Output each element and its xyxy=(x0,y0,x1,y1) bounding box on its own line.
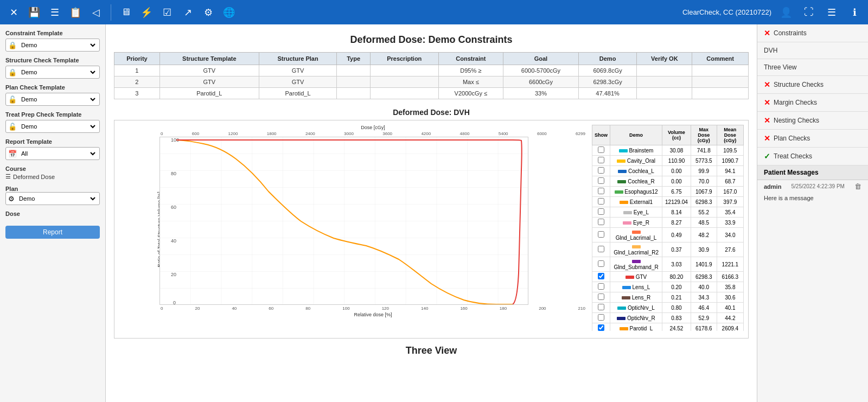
dvh-cell-name: Eye_R xyxy=(610,218,662,228)
dvh-checkbox-10[interactable] xyxy=(598,260,604,267)
cell-demo: 6069.8cGy xyxy=(578,65,637,76)
constraint-row-0: 1 GTV GTV D95% ≥ 6000-5700cGy 6069.8cGy xyxy=(114,65,749,76)
dvh-cell-show[interactable] xyxy=(592,323,610,331)
dvh-checkbox-15[interactable] xyxy=(598,314,604,321)
cell-comment xyxy=(692,88,749,99)
dvh-checkbox-8[interactable] xyxy=(598,231,604,238)
dvh-cell-volume: 0.49 xyxy=(662,228,691,243)
dose-label: Dose xyxy=(5,210,100,217)
dvh-cell-show[interactable] xyxy=(592,218,610,228)
dvh-cell-name: OpticNrv_R xyxy=(610,313,662,323)
dvh-cell-show[interactable] xyxy=(592,257,610,272)
dvh-cell-show[interactable] xyxy=(592,166,610,176)
menu-item-label: Margin Checks xyxy=(774,99,817,106)
dvh-checkbox-9[interactable] xyxy=(598,246,604,252)
constraint-template-label: Constraint Template xyxy=(5,30,100,36)
cell-goal: 33% xyxy=(503,88,579,99)
right-menu-item-constraints[interactable]: ✕Constraints xyxy=(757,24,868,42)
settings-icon[interactable]: ⚙ xyxy=(200,4,216,21)
constraint-template-select[interactable]: 🔒 Demo xyxy=(5,39,100,52)
dvh-cell-show[interactable] xyxy=(592,187,610,197)
dvh-cell-name: Glnd_Lacrimal_R2 xyxy=(610,243,662,257)
menu-item-label: Treat Checks xyxy=(774,152,812,160)
cell-struct-template: Parotid_L xyxy=(159,88,259,99)
checklist-icon[interactable]: ☑ xyxy=(159,4,175,21)
dvh-color-swatch-15 xyxy=(617,317,626,320)
dvh-checkbox-1[interactable] xyxy=(598,157,604,163)
trash-icon[interactable]: 🗑 xyxy=(854,182,861,190)
dvh-cell-show[interactable] xyxy=(592,156,610,166)
dvh-cell-show[interactable] xyxy=(592,176,610,187)
right-menu-item-margin-checks[interactable]: ✕Margin Checks xyxy=(757,94,868,112)
plan-select[interactable]: ⚙ Demo xyxy=(5,192,100,205)
dvh-checkbox-3[interactable] xyxy=(598,177,604,184)
dvh-cell-mean-dose: 1090.7 xyxy=(717,156,743,166)
dvh-checkbox-12[interactable] xyxy=(598,283,604,290)
info-icon[interactable]: ℹ xyxy=(846,4,863,21)
plan-label: Plan xyxy=(5,186,100,192)
dvh-checkbox-16[interactable] xyxy=(598,324,604,331)
structure-check-template-select[interactable]: 🔒 Demo xyxy=(5,66,100,79)
dvh-cell-volume: 12129.04 xyxy=(662,197,691,207)
treat-prep-select[interactable]: 🔓 Demo xyxy=(5,120,100,133)
left-sidebar: Constraint Template 🔒 Demo Structure Che… xyxy=(0,24,106,402)
dvh-checkbox-14[interactable] xyxy=(598,304,604,310)
dvh-cell-show[interactable] xyxy=(592,145,610,156)
right-menu-item-three-view[interactable]: Three View xyxy=(757,59,868,76)
report-template-select[interactable]: 📅 All xyxy=(5,147,100,160)
hamburger-icon[interactable]: ☰ xyxy=(824,4,840,21)
dvh-cell-volume: 30.08 xyxy=(662,145,691,156)
dvh-checkbox-0[interactable] xyxy=(598,146,604,153)
right-menu-item-dvh[interactable]: DVH xyxy=(757,42,868,59)
dvh-checkbox-5[interactable] xyxy=(598,198,604,205)
network-icon[interactable]: ⛶ xyxy=(801,4,817,21)
user-icon[interactable]: 👤 xyxy=(778,4,794,21)
dvh-cell-show[interactable] xyxy=(592,243,610,257)
right-menu-item-treat-checks[interactable]: ✓Treat Checks xyxy=(757,148,868,165)
right-menu-item-plan-checks[interactable]: ✕Plan Checks xyxy=(757,130,868,148)
cell-struct-plan: Parotid_L xyxy=(259,88,337,99)
cell-constraint: V2000cGy ≤ xyxy=(438,88,503,99)
view-icon[interactable]: 🖥 xyxy=(118,4,134,21)
dvh-cell-show[interactable] xyxy=(592,228,610,243)
dvh-checkbox-4[interactable] xyxy=(598,188,604,194)
dvh-cell-show[interactable] xyxy=(592,197,610,207)
dvh-cell-show[interactable] xyxy=(592,292,610,303)
report-template-dropdown[interactable]: All xyxy=(19,150,97,157)
dvh-row-6: Eye_L 8.14 55.2 35.4 xyxy=(592,207,744,218)
cell-type xyxy=(337,65,371,76)
dvh-checkbox-13[interactable] xyxy=(598,293,604,300)
plan-dropdown[interactable]: Demo xyxy=(17,195,97,202)
dvh-checkbox-2[interactable] xyxy=(598,167,604,174)
arrow-icon[interactable]: ↗ xyxy=(180,4,196,21)
dvh-row-11: GTV 80.20 6298.3 6166.3 xyxy=(592,272,744,282)
report-button[interactable]: Report xyxy=(5,226,100,239)
treat-prep-dropdown[interactable]: Demo xyxy=(19,123,97,130)
menu-icon[interactable]: ☰ xyxy=(47,4,63,21)
dvh-cell-show[interactable] xyxy=(592,207,610,218)
plan-check-dropdown[interactable]: Demo xyxy=(19,95,97,103)
dvh-cell-show[interactable] xyxy=(592,313,610,323)
dvh-cell-show[interactable] xyxy=(592,272,610,282)
close-icon[interactable]: ✕ xyxy=(5,4,22,21)
globe-icon[interactable]: 🌐 xyxy=(221,4,237,21)
dvh-checkbox-11[interactable] xyxy=(598,273,604,279)
patient-messages-header: Patient Messages xyxy=(757,165,868,180)
copy-icon[interactable]: 📋 xyxy=(67,4,84,21)
dvh-checkbox-7[interactable] xyxy=(598,219,604,225)
back-icon[interactable]: ◁ xyxy=(88,4,104,21)
dvh-row-5: External1 12129.04 6298.3 397.9 xyxy=(592,197,744,207)
structure-check-dropdown[interactable]: Demo xyxy=(19,68,97,76)
structure-icon[interactable]: ⚡ xyxy=(138,4,155,21)
right-menu-item-nesting-checks[interactable]: ✕Nesting Checks xyxy=(757,112,868,130)
dvh-cell-show[interactable] xyxy=(592,282,610,292)
constraint-template-dropdown[interactable]: Demo xyxy=(19,41,97,49)
save-icon[interactable]: 💾 xyxy=(26,4,42,21)
dvh-cell-show[interactable] xyxy=(592,303,610,313)
plan-check-template-select[interactable]: 🔓 Demo xyxy=(5,93,100,106)
right-menu-item-structure-checks[interactable]: ✕Structure Checks xyxy=(757,76,868,94)
dvh-checkbox-6[interactable] xyxy=(598,208,604,215)
dvh-color-swatch-6 xyxy=(623,211,632,214)
dvh-cell-mean-dose: 167.0 xyxy=(717,187,743,197)
patient-messages: admin 5/25/2022 4:22:39 PM 🗑Here is a me… xyxy=(757,180,868,203)
